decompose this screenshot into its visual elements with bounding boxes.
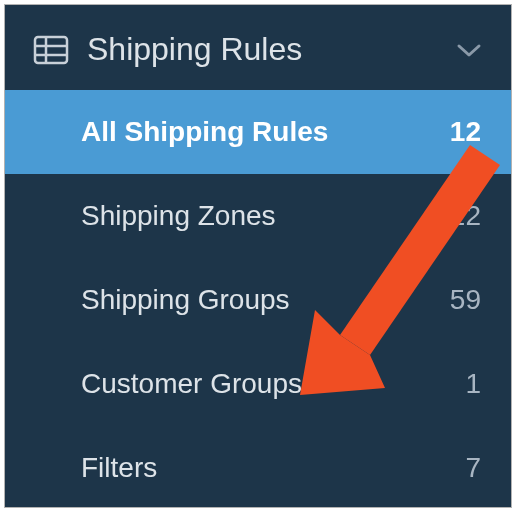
- nav-label: Shipping Groups: [81, 284, 290, 316]
- nav-label: Filters: [81, 452, 157, 484]
- sidebar-header[interactable]: Shipping Rules: [5, 5, 511, 90]
- nav-label: All Shipping Rules: [81, 116, 328, 148]
- nav-count: 7: [465, 452, 481, 484]
- nav-item-shipping-groups[interactable]: Shipping Groups 59: [5, 258, 511, 342]
- nav-label: Customer Groups: [81, 368, 302, 400]
- nav-item-filters[interactable]: Filters 7: [5, 426, 511, 510]
- nav-item-all-shipping-rules[interactable]: All Shipping Rules 12: [5, 90, 511, 174]
- table-icon: [33, 35, 69, 65]
- nav-item-shipping-zones[interactable]: Shipping Zones 22: [5, 174, 511, 258]
- svg-rect-0: [35, 37, 67, 63]
- nav-item-customer-groups[interactable]: Customer Groups 1: [5, 342, 511, 426]
- chevron-down-icon: [455, 41, 483, 59]
- nav-count: 12: [450, 116, 481, 148]
- nav-count: 22: [450, 200, 481, 232]
- sidebar-title: Shipping Rules: [87, 31, 455, 68]
- nav-label: Shipping Zones: [81, 200, 276, 232]
- sidebar: Shipping Rules All Shipping Rules 12 Shi…: [5, 5, 511, 507]
- nav-count: 59: [450, 284, 481, 316]
- nav-count: 1: [465, 368, 481, 400]
